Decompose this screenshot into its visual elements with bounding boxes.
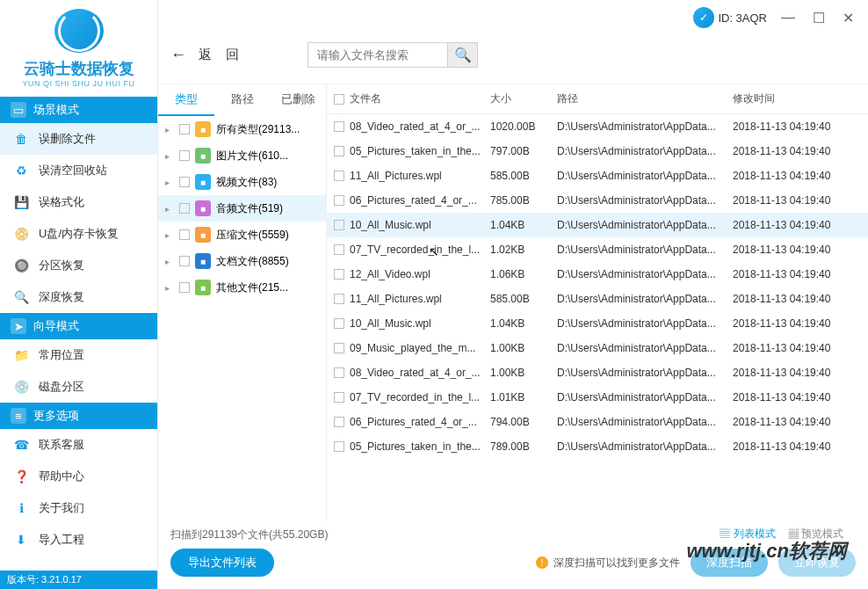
type-checkbox[interactable]: [179, 203, 190, 214]
col-path[interactable]: 路径: [557, 91, 733, 106]
tab-path[interactable]: 路径: [214, 84, 271, 116]
search-input[interactable]: [307, 42, 448, 68]
file-path: D:\Users\Administrator\AppData...: [557, 440, 733, 453]
type-checkbox[interactable]: [179, 124, 190, 135]
nav-more-3[interactable]: ⬇导入工程: [0, 524, 157, 556]
file-name: 06_Pictures_rated_4_or_...: [350, 416, 477, 428]
type-checkbox[interactable]: [179, 177, 190, 187]
expand-icon[interactable]: ▸: [165, 283, 174, 293]
type-row[interactable]: ▸■音频文件(519): [158, 195, 326, 222]
file-row[interactable]: 11_All_Pictures.wpl585.00BD:\Users\Admin…: [327, 287, 868, 311]
file-checkbox[interactable]: [334, 294, 344, 304]
expand-icon[interactable]: ▸: [165, 257, 174, 266]
deep-scan-hint: ! 深度扫描可以找到更多文件: [536, 556, 680, 571]
export-button[interactable]: 导出文件列表: [170, 549, 274, 577]
type-checkbox[interactable]: [179, 256, 190, 266]
file-row[interactable]: 05_Pictures_taken_in_the...797.00BD:\Use…: [327, 139, 868, 164]
file-checkbox[interactable]: [334, 367, 344, 378]
file-checkbox[interactable]: [334, 269, 344, 280]
file-checkbox[interactable]: [334, 220, 344, 230]
file-row[interactable]: 05_Pictures_taken_in_the...789.00BD:\Use…: [327, 434, 868, 459]
file-size: 789.00B: [490, 440, 557, 453]
expand-icon[interactable]: ▸: [165, 230, 174, 240]
file-path: D:\Users\Administrator\AppData...: [557, 317, 733, 330]
deep-scan-button[interactable]: 深度扫描: [691, 549, 768, 577]
file-checkbox[interactable]: [334, 318, 344, 329]
nav-more-0[interactable]: ☎联系客服: [0, 429, 157, 461]
expand-icon[interactable]: ▸: [165, 151, 174, 161]
more-options-header: ≡ 更多选项: [0, 403, 157, 429]
file-name: 12_All_Video.wpl: [350, 268, 430, 280]
file-row[interactable]: 12_All_Video.wpl1.06KBD:\Users\Administr…: [327, 262, 868, 287]
tab-type[interactable]: 类型: [158, 84, 214, 116]
nav-scene-3[interactable]: 📀U盘/内存卡恢复: [0, 218, 157, 250]
close-button[interactable]: ✕: [839, 10, 857, 26]
col-time[interactable]: 修改时间: [733, 91, 861, 106]
preview-view-button[interactable]: ▦ 预览模式: [788, 527, 843, 542]
type-row[interactable]: ▸■其他文件(215...: [158, 274, 326, 301]
nav-scene-0[interactable]: 🗑误删除文件: [0, 123, 157, 155]
wizard-mode-header: ➤ 向导模式: [0, 313, 157, 339]
expand-icon[interactable]: ▸: [165, 178, 174, 187]
file-checkbox[interactable]: [334, 171, 344, 181]
col-size[interactable]: 大小: [490, 91, 557, 106]
file-header: 文件名 大小 路径 修改时间: [327, 84, 868, 114]
nav-wizard-0[interactable]: 📁常用位置: [0, 339, 157, 371]
select-all-checkbox[interactable]: [334, 94, 344, 105]
scene-mode-label: 场景模式: [33, 102, 79, 118]
type-row[interactable]: ▸■所有类型(29113...: [158, 116, 326, 142]
file-checkbox[interactable]: [334, 146, 344, 156]
type-checkbox[interactable]: [179, 282, 190, 293]
file-row[interactable]: 11_All_Pictures.wpl585.00BD:\Users\Admin…: [327, 164, 868, 188]
file-path: D:\Users\Administrator\AppData...: [557, 416, 733, 428]
list-view-button[interactable]: ▤ 列表模式: [720, 527, 775, 542]
file-checkbox[interactable]: [334, 417, 344, 427]
file-row[interactable]: 07_TV_recorded_in_the_l...1.02KBD:\Users…: [327, 237, 868, 262]
more-icon: ≡: [11, 408, 26, 424]
minimize-button[interactable]: —: [778, 10, 799, 25]
nav-scene-2[interactable]: 💾误格式化: [0, 186, 157, 218]
nav-wizard-1[interactable]: 💿磁盘分区: [0, 371, 157, 403]
file-checkbox[interactable]: [334, 195, 344, 206]
logo-area: 云骑士数据恢复 YUN QI SHI SHU JU HUI FU: [0, 0, 157, 97]
back-button[interactable]: ← 返 回: [170, 46, 244, 64]
maximize-button[interactable]: ☐: [809, 10, 828, 26]
file-row[interactable]: 08_Video_rated_at_4_or_...1020.00BD:\Use…: [327, 114, 868, 139]
footer: 导出文件列表 ! 深度扫描可以找到更多文件 深度扫描 立即恢复: [158, 542, 868, 589]
type-row[interactable]: ▸■文档文件(8855): [158, 248, 326, 274]
file-size: 1.00KB: [490, 342, 557, 354]
nav-scene-4[interactable]: 🔘分区恢复: [0, 250, 157, 281]
type-row[interactable]: ▸■视频文件(83): [158, 169, 326, 195]
type-row[interactable]: ▸■图片文件(610...: [158, 142, 326, 169]
recover-button[interactable]: 立即恢复: [778, 549, 856, 577]
file-row[interactable]: 07_TV_recorded_in_the_l...1.01KBD:\Users…: [327, 385, 868, 410]
file-name: 06_Pictures_rated_4_or_...: [350, 194, 477, 207]
file-checkbox[interactable]: [334, 441, 344, 452]
file-name: 05_Pictures_taken_in_the...: [350, 145, 481, 157]
file-row[interactable]: 09_Music_played_the_m...1.00KBD:\Users\A…: [327, 336, 868, 360]
file-row[interactable]: 10_All_Music.wpl1.04KBD:\Users\Administr…: [327, 311, 868, 336]
file-row[interactable]: 06_Pictures_rated_4_or_...785.00BD:\User…: [327, 188, 868, 213]
type-checkbox[interactable]: [179, 150, 190, 161]
id-badge: ✓ ID: 3AQR: [693, 7, 767, 28]
type-checkbox[interactable]: [179, 229, 190, 240]
file-path: D:\Users\Administrator\AppData...: [557, 170, 733, 182]
file-checkbox[interactable]: [334, 343, 344, 353]
expand-icon[interactable]: ▸: [165, 204, 174, 214]
file-checkbox[interactable]: [334, 392, 344, 403]
nav-more-1[interactable]: ❓帮助中心: [0, 461, 157, 492]
tab-deleted[interactable]: 已删除: [270, 84, 326, 116]
expand-icon[interactable]: ▸: [165, 125, 174, 135]
file-row[interactable]: 08_Video_rated_at_4_or_...1.00KBD:\Users…: [327, 360, 868, 385]
nav-icon: ℹ: [12, 499, 30, 517]
nav-scene-5[interactable]: 🔍深度恢复: [0, 281, 157, 313]
file-checkbox[interactable]: [334, 244, 344, 255]
col-filename[interactable]: 文件名: [334, 91, 490, 106]
nav-scene-1[interactable]: ♻误清空回收站: [0, 155, 157, 186]
type-row[interactable]: ▸■压缩文件(5559): [158, 222, 326, 248]
file-row[interactable]: 10_All_Music.wpl1.04KBD:\Users\Administr…: [327, 213, 868, 237]
nav-more-2[interactable]: ℹ关于我们: [0, 492, 157, 524]
file-row[interactable]: 06_Pictures_rated_4_or_...794.00BD:\User…: [327, 410, 868, 434]
file-checkbox[interactable]: [334, 121, 344, 132]
search-button[interactable]: 🔍: [448, 42, 478, 68]
